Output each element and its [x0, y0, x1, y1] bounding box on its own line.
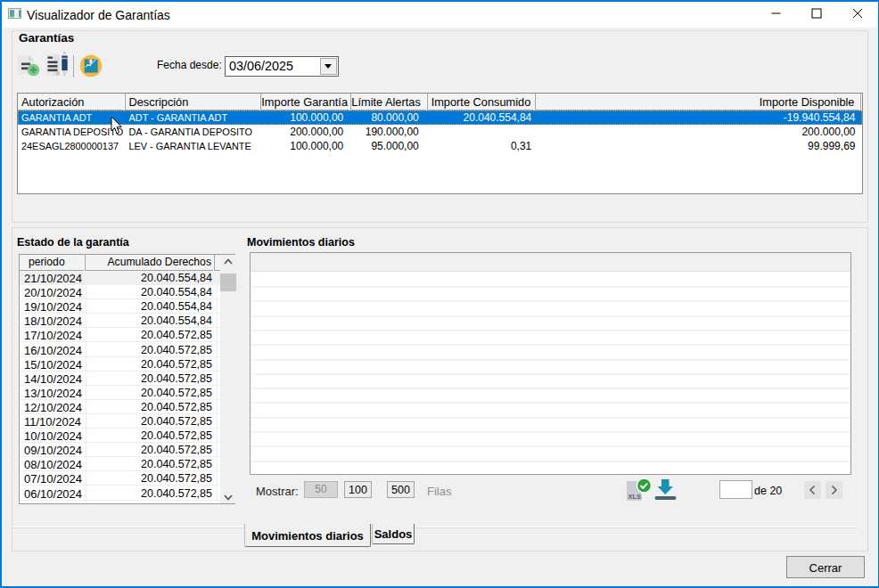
svg-text:XLS: XLS	[628, 493, 642, 501]
